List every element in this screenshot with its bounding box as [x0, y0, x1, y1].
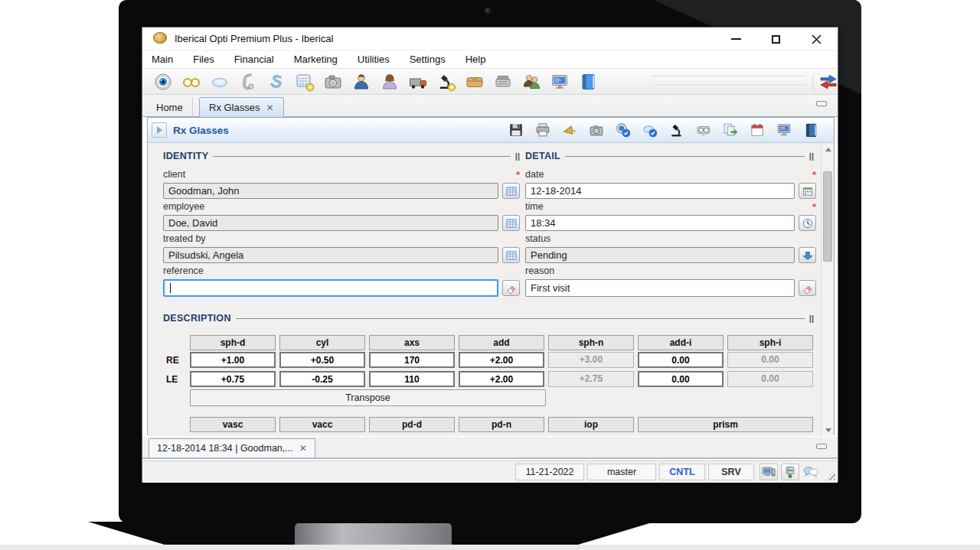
- cell-le-add[interactable]: +2.00: [459, 371, 544, 387]
- reference-field[interactable]: [163, 279, 498, 297]
- microscope-add-icon[interactable]: [436, 72, 456, 92]
- scroll-down-icon[interactable]: [822, 424, 835, 436]
- network-server-icon[interactable]: [781, 464, 799, 480]
- camera-icon[interactable]: [323, 72, 343, 92]
- time-label-row: time *: [525, 201, 816, 213]
- reason-field[interactable]: First visit: [525, 279, 795, 297]
- cash-register-icon[interactable]: [493, 72, 513, 92]
- transpose-button[interactable]: Transpose: [190, 389, 546, 406]
- cell-re-add[interactable]: +2.00: [459, 352, 544, 368]
- col-header2: vacc: [279, 417, 365, 432]
- scrollbar-thumb[interactable]: [823, 171, 832, 262]
- transfer-arrows-icon[interactable]: [819, 73, 838, 90]
- cell-re-cyl[interactable]: +0.50: [279, 352, 365, 368]
- calendar-icon[interactable]: [750, 122, 765, 138]
- minimize-button[interactable]: [724, 31, 747, 47]
- treated-by-lookup-button[interactable]: [502, 247, 520, 263]
- cell-re-addi[interactable]: 0.00: [638, 352, 724, 368]
- resize-grip[interactable]: [825, 470, 835, 480]
- reason-label: reason: [525, 265, 554, 276]
- status-cntl[interactable]: CNTL: [659, 464, 705, 480]
- date-picker-button[interactable]: [799, 183, 816, 199]
- col-header: add-i: [638, 335, 724, 350]
- detail-section-header: DETAIL ||: [525, 151, 814, 161]
- client-male-icon[interactable]: [351, 72, 371, 92]
- record-tab-close-icon[interactable]: ✕: [299, 443, 307, 454]
- date-field[interactable]: 12-18-2014: [525, 183, 795, 199]
- webcam-dot: [485, 8, 492, 15]
- employee-lookup-button[interactable]: [502, 215, 520, 231]
- reference-clear-button[interactable]: [502, 280, 520, 296]
- required-marker: *: [516, 169, 520, 181]
- clients-group-icon[interactable]: [521, 72, 541, 92]
- book-icon[interactable]: [578, 72, 598, 92]
- menu-settings[interactable]: Settings: [410, 54, 446, 65]
- client-field[interactable]: Goodman, John: [163, 183, 498, 199]
- minimize-view-icon[interactable]: [816, 101, 827, 106]
- microscope-icon[interactable]: [669, 122, 684, 138]
- hearing-aid-icon[interactable]: [238, 72, 258, 92]
- pos-small-icon[interactable]: [776, 122, 792, 138]
- copy-record-icon[interactable]: [723, 122, 738, 138]
- tab-rx-glasses-label: Rx Glasses: [209, 102, 260, 113]
- contact-lens-icon[interactable]: [210, 72, 230, 92]
- phoropter-icon[interactable]: [696, 122, 711, 138]
- eye-check-icon[interactable]: [616, 122, 631, 138]
- menu-financial[interactable]: Financial: [234, 54, 274, 65]
- reason-clear-button[interactable]: [799, 280, 816, 296]
- status-label: status: [525, 233, 550, 244]
- status-dropdown-button[interactable]: [799, 247, 816, 263]
- collapse-panel-button[interactable]: [152, 122, 167, 138]
- glasses-icon[interactable]: [181, 72, 201, 92]
- minimize-record-strip-icon[interactable]: [816, 444, 827, 449]
- eye-icon[interactable]: [153, 72, 173, 92]
- employee-field[interactable]: Doe, David: [163, 215, 498, 231]
- client-lookup-button[interactable]: [502, 183, 520, 199]
- notebook-icon[interactable]: [803, 122, 818, 138]
- pos-terminal-icon[interactable]: [550, 72, 570, 92]
- tab-close-icon[interactable]: ✕: [266, 103, 273, 113]
- lens-check-icon[interactable]: [642, 122, 658, 138]
- horn-icon[interactable]: [562, 122, 577, 138]
- cell-re-sphd[interactable]: +1.00: [190, 352, 276, 368]
- vertical-scrollbar[interactable]: [821, 143, 834, 436]
- workstation-icon[interactable]: [760, 464, 778, 480]
- app-logo-icon: [153, 32, 167, 44]
- menu-marketing[interactable]: Marketing: [294, 54, 338, 65]
- scroll-up-icon[interactable]: [822, 143, 835, 155]
- col-header: sph-d: [190, 335, 276, 350]
- time-field[interactable]: 18:34: [525, 215, 795, 231]
- menu-main[interactable]: Main: [152, 54, 173, 65]
- menu-utilities[interactable]: Utilities: [358, 54, 390, 65]
- row-label-re: RE: [166, 355, 179, 366]
- record-tab[interactable]: 12-18-2014 18:34 | Goodman,... ✕: [149, 438, 315, 457]
- lens-s-icon[interactable]: [266, 72, 286, 92]
- cell-le-cyl[interactable]: -0.25: [279, 371, 365, 387]
- treated-by-field[interactable]: Pilsudski, Angela: [163, 247, 498, 263]
- cell-le-sphd[interactable]: +0.75: [190, 371, 276, 387]
- menu-help[interactable]: Help: [466, 54, 486, 65]
- close-button[interactable]: [805, 31, 828, 47]
- tab-rx-glasses[interactable]: Rx Glasses ✕: [199, 97, 284, 117]
- camera-small-icon[interactable]: [589, 122, 604, 138]
- status-field[interactable]: Pending: [525, 247, 795, 263]
- description-section-header: DESCRIPTION ||: [163, 313, 814, 324]
- save-icon[interactable]: [508, 122, 524, 138]
- cell-le-addi[interactable]: 0.00: [638, 371, 724, 387]
- employee-label: employee: [163, 201, 204, 212]
- chat-icon[interactable]: [802, 464, 820, 480]
- status-srv[interactable]: SRV: [708, 464, 754, 480]
- menu-files[interactable]: Files: [193, 54, 214, 65]
- cell-le-axs[interactable]: 110: [369, 371, 455, 387]
- maximize-button[interactable]: [764, 31, 787, 47]
- client-female-icon[interactable]: [380, 72, 400, 92]
- cell-le-sphi: 0.00: [727, 371, 813, 387]
- time-picker-button[interactable]: [799, 215, 816, 231]
- calendar-add-icon[interactable]: [295, 72, 315, 92]
- drawer-icon[interactable]: [465, 72, 485, 92]
- supplier-truck-icon[interactable]: [408, 72, 428, 92]
- cell-re-sphi: 0.00: [727, 352, 813, 368]
- tab-home[interactable]: Home: [147, 97, 193, 117]
- print-icon[interactable]: [535, 122, 550, 138]
- cell-re-axs[interactable]: 170: [369, 352, 455, 368]
